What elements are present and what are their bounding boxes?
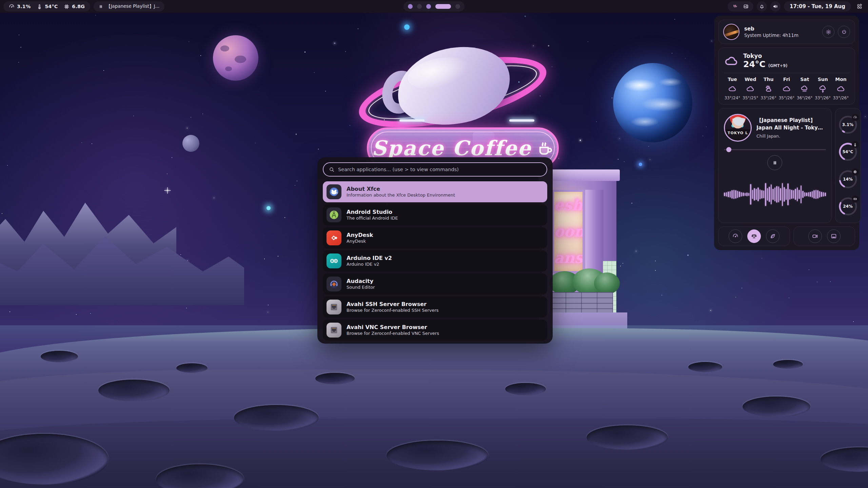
visualizer-bar	[819, 191, 821, 198]
overview-button[interactable]	[854, 1, 865, 12]
forecast-temps: 33°/26°	[833, 96, 849, 100]
memory-value: 6.8G	[72, 4, 85, 9]
window-neon-text: esh	[554, 192, 583, 218]
app-row[interactable]: About XfceInformation about the Xfce Des…	[323, 181, 547, 202]
visualizer-bar	[752, 190, 753, 199]
cat-icon[interactable]	[732, 4, 738, 9]
avatar[interactable]	[723, 24, 739, 40]
workspace-switcher	[403, 1, 465, 12]
workspace-dot-empty[interactable]	[417, 4, 422, 9]
volume-button[interactable]	[770, 1, 781, 12]
app-row[interactable]: Android StudioThe official Android IDE	[323, 204, 547, 225]
workspace-dot-active[interactable]	[435, 4, 451, 9]
gauge-disk: 24%	[838, 197, 858, 216]
app-row[interactable]: Avahi VNC Server BrowserBrowse for Zeroc…	[323, 320, 547, 341]
arduino-app-icon	[327, 253, 341, 268]
forecast-day: Sat36°/26°	[796, 77, 813, 100]
performance-profile-button[interactable]	[729, 229, 742, 243]
settings-button[interactable]	[822, 26, 834, 38]
crater	[688, 362, 722, 372]
visualizer-bar	[791, 190, 792, 199]
visualizer-bar	[769, 187, 770, 202]
media-progress-dot[interactable]	[726, 147, 731, 152]
network-app-icon	[327, 300, 341, 314]
visualizer-bar	[778, 186, 780, 202]
workspace-dot-occupied[interactable]	[408, 4, 413, 9]
weather-forecast: Tue33°/24°Wed35°/25°Thu33°/26°Fri35°/26°…	[724, 77, 849, 100]
visualizer-bar	[798, 190, 800, 199]
forecast-day: Mon33°/26°	[832, 77, 849, 100]
app-description: Browse for Zeroconf-enabled VNC Servers	[347, 331, 439, 337]
app-row[interactable]: Avahi SSH Server BrowserBrowse for Zeroc…	[323, 297, 547, 318]
screen-record-button[interactable]	[808, 229, 822, 243]
chip-icon	[852, 168, 859, 176]
notifications-button[interactable]	[757, 1, 767, 12]
pause-button[interactable]	[767, 155, 782, 170]
visualizer-bar	[731, 190, 733, 199]
visualizer-bar	[771, 184, 772, 204]
forecast-day-label: Sat	[800, 77, 809, 82]
cpu-usage-indicator[interactable]: 3.1%	[9, 4, 31, 9]
search-input[interactable]	[338, 167, 541, 172]
power-icon	[841, 29, 847, 35]
neon-dash	[399, 119, 425, 122]
visualizer-bar	[823, 192, 824, 196]
wallpaper-icon[interactable]	[743, 4, 749, 9]
visualizer-bar	[735, 190, 736, 199]
system-gauges: 3.1%54°C14%24%	[835, 108, 861, 223]
visualizer-bar	[776, 186, 777, 203]
visualizer-bar	[726, 192, 727, 197]
gauge-chip: 14%	[838, 169, 858, 189]
app-description: Arduino IDE v2	[347, 262, 392, 267]
app-description: The official Android IDE	[347, 216, 398, 221]
xfce-app-icon	[327, 184, 341, 199]
app-title: Audacity	[347, 278, 375, 285]
visualizer-bar	[746, 192, 748, 196]
window-neon-text: ans	[554, 245, 583, 271]
power-button[interactable]	[838, 26, 850, 38]
seek-bar[interactable]	[724, 147, 826, 152]
balanced-profile-button[interactable]	[747, 229, 761, 243]
visualizer-bar	[748, 193, 750, 196]
crater	[98, 380, 170, 401]
clock[interactable]: 17:09 - Tue, 19 Aug	[784, 1, 851, 12]
forecast-day-label: Mon	[835, 77, 847, 82]
cloud-icon	[724, 54, 739, 68]
weather-city: Tokyo	[743, 53, 788, 59]
app-row[interactable]: AudacitySound Editor	[323, 273, 547, 294]
track-title: 【Japanese Playlist】 Japan All Night - To…	[756, 117, 826, 131]
pause-icon	[772, 160, 777, 165]
weather-timezone: (GMT+9)	[768, 63, 788, 68]
audacity-app-icon	[327, 277, 341, 291]
app-row[interactable]: AnyDeskAnyDesk	[323, 227, 547, 248]
temperature-indicator[interactable]: 54°C	[37, 4, 58, 9]
visualizer-bar	[825, 192, 826, 196]
visualizer-bar	[730, 191, 731, 198]
visualizer-bar	[821, 192, 822, 197]
anydesk-app-icon	[327, 230, 341, 245]
app-row[interactable]: Arduino IDE v2Arduino IDE v2	[323, 250, 547, 271]
memory-indicator[interactable]: 6.8G	[64, 4, 85, 9]
media-status-pill[interactable]: 【Japanese Playlist】J...	[94, 1, 164, 12]
scales-icon	[751, 233, 757, 239]
visualizer-bar	[817, 190, 818, 199]
capture-group	[793, 226, 855, 246]
system-stats-pill: 3.1% 54°C 6.8G	[3, 1, 90, 12]
workspace-dot-empty[interactable]	[455, 4, 460, 9]
clock-text: 17:09 - Tue, 19 Aug	[790, 3, 845, 9]
powersaver-profile-button[interactable]	[766, 229, 780, 243]
forecast-day-label: Wed	[745, 77, 756, 82]
visualizer-bar	[763, 190, 765, 198]
visualizer-bar	[767, 188, 768, 201]
visualizer-bar	[808, 192, 809, 196]
workspace-dot-occupied[interactable]	[426, 4, 431, 9]
search-box[interactable]	[323, 162, 547, 177]
forecast-temps: 35°/25°	[743, 96, 758, 100]
screenshot-button[interactable]	[827, 229, 841, 243]
system-uptime: System Uptime: 4h11m	[744, 33, 798, 38]
weather-card: Tokyo 24°C (GMT+9) Tue33°/24°Wed35°/25°T…	[718, 47, 855, 105]
chip-icon	[64, 4, 70, 9]
androidstudio-app-icon	[327, 207, 341, 222]
visualizer-bar	[728, 191, 729, 197]
temperature-value: 54°C	[45, 4, 58, 9]
